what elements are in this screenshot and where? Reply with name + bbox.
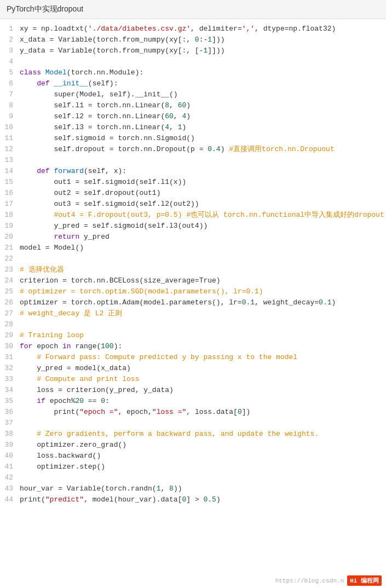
code-line: 36 print("epoch =", epoch,"loss =", loss… [0,407,386,418]
code-line: 29# Training loop [0,330,386,341]
line-content: loss = criterion(y_pred, y_data) [20,385,386,396]
line-content: x_data = Variable(torch.from_numpy(xy[:,… [20,34,386,45]
line-content: y_pred = self.sigmoid(self.l3(out4)) [20,221,386,232]
line-number: 17 [0,199,20,210]
code-line: 7 super(Model, self).__init__() [0,89,386,100]
line-content: print("epoch =", epoch,"loss =", loss.da… [20,407,386,418]
line-number: 25 [0,286,20,297]
code-line: 12 self.dropout = torch.nn.Dropout(p = 0… [0,144,386,155]
brand-logo: Hi 编程网 [347,575,382,586]
code-container: 1xy = np.loadtxt('./data/diabetes.csv.gz… [0,19,386,510]
code-line: 28 [0,319,386,330]
line-content: #out4 = F.dropout(out3, p=0.5) #也可以从 tor… [20,210,386,221]
line-number: 21 [0,243,20,253]
line-content: # Training loop [20,330,386,341]
code-line: 20 return y_pred [0,232,386,243]
code-line: 18 #out4 = F.dropout(out3, p=0.5) #也可以从 … [0,210,386,221]
line-number: 33 [0,374,20,385]
line-number: 11 [0,133,20,144]
line-number: 20 [0,232,20,243]
line-content: print("predict", model(hour_var).data[0]… [20,494,386,505]
line-content: out2 = self.dropout(out1) [20,188,386,199]
code-line: 17 out3 = self.sigmoid(self.l2(out2)) [0,199,386,210]
line-number: 13 [0,155,20,166]
line-content: for epoch in range(100): [20,341,386,352]
line-content: optimizer.zero_grad() [20,440,386,451]
line-content: self.l2 = torch.nn.Linear(60, 4) [20,111,386,122]
line-content: return y_pred [20,232,386,243]
code-line: 42 [0,472,386,483]
brand-name: 编程网 [361,578,379,584]
code-line: 19 y_pred = self.sigmoid(self.l3(out4)) [0,221,386,232]
line-content: self.l3 = torch.nn.Linear(4, 1) [20,122,386,133]
code-line: 2x_data = Variable(torch.from_numpy(xy[:… [0,34,386,45]
code-line: 30for epoch in range(100): [0,341,386,352]
line-number: 30 [0,341,20,352]
code-line: 33 # Compute and print loss [0,374,386,385]
code-line: 10 self.l3 = torch.nn.Linear(4, 1) [0,122,386,133]
line-number: 9 [0,111,20,122]
line-number: 42 [0,472,20,483]
line-number: 10 [0,122,20,133]
line-number: 7 [0,89,20,100]
line-number: 32 [0,363,20,374]
line-number: 24 [0,275,20,286]
line-number: 41 [0,462,20,472]
line-content: loss.backward() [20,451,386,462]
line-content: out3 = self.sigmoid(self.l2(out2)) [20,199,386,210]
code-line: 26optimizer = torch.optim.Adam(model.par… [0,297,386,308]
code-line: 44print("predict", model(hour_var).data[… [0,494,386,505]
line-number: 43 [0,483,20,494]
line-content [20,472,386,483]
line-number: 5 [0,67,20,78]
code-line: 14 def forward(self, x): [0,166,386,177]
line-content: y_data = Variable(torch.from_numpy(xy[:,… [20,45,386,56]
line-content: # weight_decay 是 L2 正则 [20,308,386,319]
line-content: # 选择优化器 [20,264,386,275]
line-content: def __init__(self): [20,78,386,89]
line-content: def forward(self, x): [20,166,386,177]
line-number: 8 [0,100,20,111]
line-number: 2 [0,34,20,45]
code-line: 1xy = np.loadtxt('./data/diabetes.csv.gz… [0,24,386,34]
line-number: 26 [0,297,20,308]
line-content: class Model(torch.nn.Module): [20,67,386,78]
line-number: 37 [0,418,20,429]
code-line: 3y_data = Variable(torch.from_numpy(xy[:… [0,45,386,56]
line-content [20,418,386,429]
code-line: 43hour_var = Variable(torch.randn(1, 8)) [0,483,386,494]
line-number: 14 [0,166,20,177]
code-line: 11 self.sigmoid = torch.nn.Sigmoid() [0,133,386,144]
footer-bar: https://blog.csdn.n Hi 编程网 [271,573,386,588]
line-number: 22 [0,253,20,264]
line-number: 38 [0,429,20,440]
line-number: 34 [0,385,20,396]
code-line: 32 y_pred = model(x_data) [0,363,386,374]
line-content: self.l1 = torch.nn.Linear(8, 60) [20,100,386,111]
line-content [20,253,386,264]
code-line: 38 # Zero gradients, perform a backward … [0,429,386,440]
line-content: optimizer.step() [20,462,386,472]
line-number: 35 [0,396,20,407]
line-number: 44 [0,494,20,505]
line-content: xy = np.loadtxt('./data/diabetes.csv.gz'… [20,24,386,34]
line-number: 6 [0,78,20,89]
line-number: 39 [0,440,20,451]
line-number: 15 [0,177,20,188]
line-number: 3 [0,45,20,56]
line-number: 27 [0,308,20,319]
code-line: 9 self.l2 = torch.nn.Linear(60, 4) [0,111,386,122]
code-line: 13 [0,155,386,166]
line-number: 29 [0,330,20,341]
line-content: # Compute and print loss [20,374,386,385]
code-line: 6 def __init__(self): [0,78,386,89]
line-content: optimizer = torch.optim.Adam(model.param… [20,297,386,308]
code-line: 4 [0,56,386,67]
line-content [20,319,386,330]
code-line: 16 out2 = self.dropout(out1) [0,188,386,199]
footer-url: https://blog.csdn.n [275,578,344,584]
line-number: 19 [0,221,20,232]
code-line: 8 self.l1 = torch.nn.Linear(8, 60) [0,100,386,111]
code-line: 35 if epoch%20 == 0: [0,396,386,407]
page-title: PyTorch中实现dropout [0,0,386,19]
